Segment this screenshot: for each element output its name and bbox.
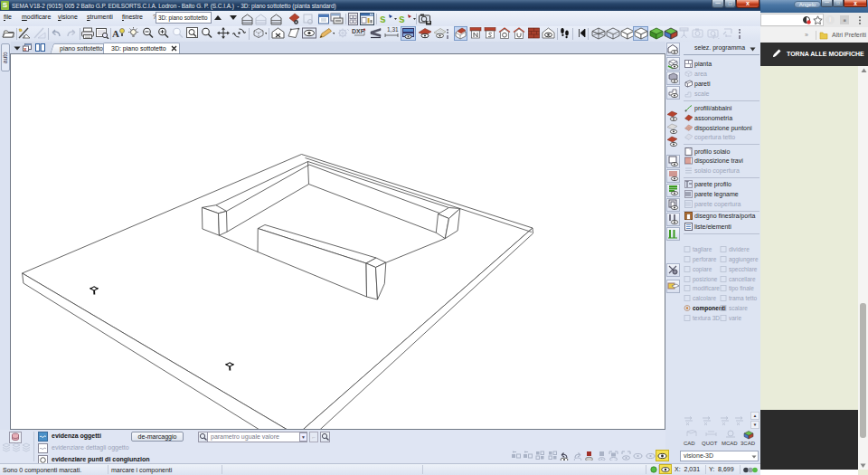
svg-text:1,31: 1,31 bbox=[387, 26, 399, 33]
svg-text:s: s bbox=[399, 13, 405, 25]
svg-text:A: A bbox=[112, 28, 119, 39]
svg-text:s: s bbox=[380, 13, 386, 25]
svg-text:DXF: DXF bbox=[352, 28, 365, 34]
